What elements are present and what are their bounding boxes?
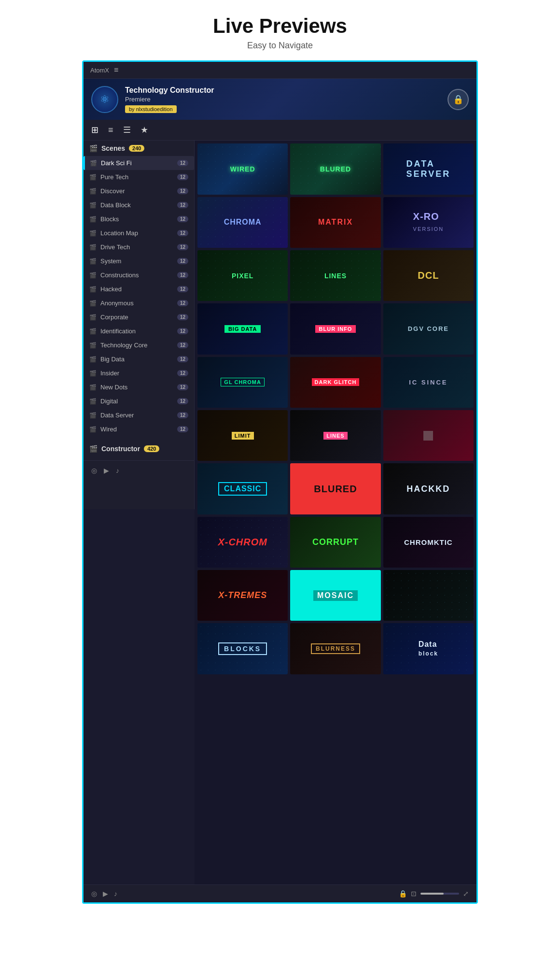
card-pixel[interactable]: PIXEL (197, 250, 288, 301)
tool-file-icon[interactable]: ☰ (123, 125, 131, 135)
item-icon: 🎬 (89, 174, 97, 181)
sidebar-item-wired[interactable]: 🎬 Wired 12 (84, 422, 194, 436)
card-abstract[interactable] (383, 410, 474, 461)
item-badge: 12 (177, 412, 188, 418)
item-label: Digital (100, 398, 173, 405)
card-dcl[interactable]: DCL (383, 250, 474, 301)
tool-list-icon[interactable]: ≡ (108, 125, 113, 135)
card-bigdata[interactable]: BIG DATA (197, 303, 288, 354)
fullscreen-icon[interactable]: ⊡ (411, 890, 417, 898)
sidebar-item-digital[interactable]: 🎬 Digital 12 (84, 394, 194, 408)
sidebar-item-identification[interactable]: 🎬 Identification 12 (84, 324, 194, 338)
card-lines2[interactable]: LINES (290, 410, 380, 461)
card-xro-label: X-ROVERSION (413, 211, 444, 233)
card-chroma[interactable]: CHROMA (197, 197, 288, 248)
hamburger-icon[interactable]: ≡ (114, 66, 118, 74)
card-blured2-label: BLURED (314, 484, 357, 495)
globe-icon[interactable]: ◎ (91, 890, 97, 898)
card-hackkd[interactable]: HACKKD (383, 463, 474, 514)
lock-button[interactable]: 🔒 (448, 89, 469, 110)
item-badge: 12 (177, 384, 188, 390)
creator-badge: by nlxstudioedition (125, 105, 177, 113)
card-xtremes[interactable]: X-TREMES (197, 570, 288, 621)
sidebar-item-data-server[interactable]: 🎬 Data Server 12 (84, 408, 194, 422)
sidebar-item-data-block[interactable]: 🎬 Data Block 12 (84, 198, 194, 212)
tool-star-icon[interactable]: ★ (140, 125, 148, 135)
tool-sliders-icon[interactable]: ⊞ (91, 125, 98, 135)
card-lines[interactable]: LINES (290, 250, 380, 301)
card-chromktic-label: CHROMKTIC (404, 538, 453, 546)
item-badge: 12 (177, 230, 188, 236)
play-icon[interactable]: ▶ (103, 890, 108, 898)
header-info: Technology Constructor Premiere by nlxst… (125, 86, 214, 113)
card-xro[interactable]: X-ROVERSION (383, 197, 474, 248)
card-hackkd-label: HACKKD (406, 484, 450, 494)
sidebar-item-corporate[interactable]: 🎬 Corporate 12 (84, 310, 194, 324)
constructor-label: Constructor (101, 445, 140, 453)
item-label: Insider (100, 370, 173, 377)
sidebar-item-anonymous[interactable]: 🎬 Anonymous 12 (84, 296, 194, 310)
item-badge: 12 (177, 174, 188, 180)
music-icon[interactable]: ♪ (114, 890, 117, 898)
item-badge: 12 (177, 342, 188, 348)
card-chromktic[interactable]: CHROMKTIC (383, 517, 474, 568)
sidebar-item-constructions[interactable]: 🎬 Constructions 12 (84, 268, 194, 282)
card-blurinfo-label: BLUR INFO (315, 325, 356, 333)
card-glchroma[interactable]: GL CHROMA (197, 357, 288, 408)
card-blured[interactable]: BLURED (290, 143, 380, 194)
sidebar-item-new-dots[interactable]: 🎬 New Dots 12 (84, 380, 194, 394)
sidebar-footer-globe-icon[interactable]: ◎ (91, 467, 97, 474)
card-classic[interactable]: CLASSIC (197, 463, 288, 514)
card-xchrom-label: X-CHROM (218, 537, 267, 548)
item-icon: 🎬 (89, 384, 97, 391)
item-badge: 12 (177, 398, 188, 404)
item-badge: 12 (177, 216, 188, 222)
card-dcl-label: DCL (418, 270, 439, 281)
card-blurness[interactable]: BLURNESS (290, 623, 380, 674)
card-xchrom[interactable]: X-CHROM (197, 517, 288, 568)
card-grid2[interactable] (383, 570, 474, 621)
item-label: New Dots (100, 384, 173, 391)
item-badge: 12 (177, 258, 188, 264)
card-blured2[interactable]: BLURED (290, 463, 380, 514)
card-data-server[interactable]: DATASERVER (383, 143, 474, 194)
card-mosaic[interactable]: MOSAIC (290, 570, 380, 621)
sidebar-item-drive-tech[interactable]: 🎬 Drive Tech 12 (84, 240, 194, 254)
lock-small-icon[interactable]: 🔒 (399, 890, 407, 898)
card-bigdata-label: BIG DATA (224, 325, 261, 333)
sidebar-item-dark-sci-fi[interactable]: 🎬 Dark Sci Fi 12 (84, 156, 194, 170)
sidebar-item-insider[interactable]: 🎬 Insider 12 (84, 366, 194, 380)
sidebar-item-location-map[interactable]: 🎬 Location Map 12 (84, 226, 194, 240)
sidebar-item-big-data[interactable]: 🎬 Big Data 12 (84, 352, 194, 366)
card-limit[interactable]: LIMIT (197, 410, 288, 461)
sidebar-item-hacked[interactable]: 🎬 Hacked 12 (84, 282, 194, 296)
item-label: Wired (100, 426, 173, 433)
card-wired[interactable]: WIRED (197, 143, 288, 194)
card-datablock[interactable]: Datablock (383, 623, 474, 674)
sidebar-item-discover[interactable]: 🎬 Discover 12 (84, 184, 194, 198)
card-matrix[interactable]: MATRIX (290, 197, 380, 248)
card-blurinfo[interactable]: BLUR INFO (290, 303, 380, 354)
card-blocks[interactable]: BLOCKS (197, 623, 288, 674)
item-badge: 12 (177, 202, 188, 208)
item-icon: 🎬 (89, 300, 97, 307)
item-label: Pure Tech (100, 173, 173, 181)
item-icon: 🎬 (89, 188, 97, 195)
atom-icon: ⚛ (100, 93, 110, 106)
card-blured-label: BLURED (320, 165, 351, 173)
sidebar: 🎬 Scenes 240 🎬 Dark Sci Fi 12 🎬 Pure Tec… (84, 141, 195, 509)
expand-icon[interactable]: ⤢ (463, 890, 469, 898)
card-icsince[interactable]: IC SINCE (383, 357, 474, 408)
card-darkglitch[interactable]: DARK GLITCH (290, 357, 380, 408)
sidebar-item-blocks[interactable]: 🎬 Blocks 12 (84, 212, 194, 226)
card-dgvcore[interactable]: DGV CORE (383, 303, 474, 354)
sidebar-item-pure-tech[interactable]: 🎬 Pure Tech 12 (84, 170, 194, 184)
sidebar-item-system[interactable]: 🎬 System 12 (84, 254, 194, 268)
item-badge: 12 (177, 244, 188, 250)
card-corrupt[interactable]: CORRUPT (290, 517, 380, 568)
bottom-bar: ◎ ▶ ♪ 🔒 ⊡ ⤢ (84, 884, 476, 902)
sidebar-footer-play-icon[interactable]: ▶ (104, 467, 109, 474)
sidebar-footer-music-icon[interactable]: ♪ (116, 467, 119, 474)
item-icon: 🎬 (89, 356, 97, 363)
sidebar-item-technology-core[interactable]: 🎬 Technology Core 12 (84, 338, 194, 352)
